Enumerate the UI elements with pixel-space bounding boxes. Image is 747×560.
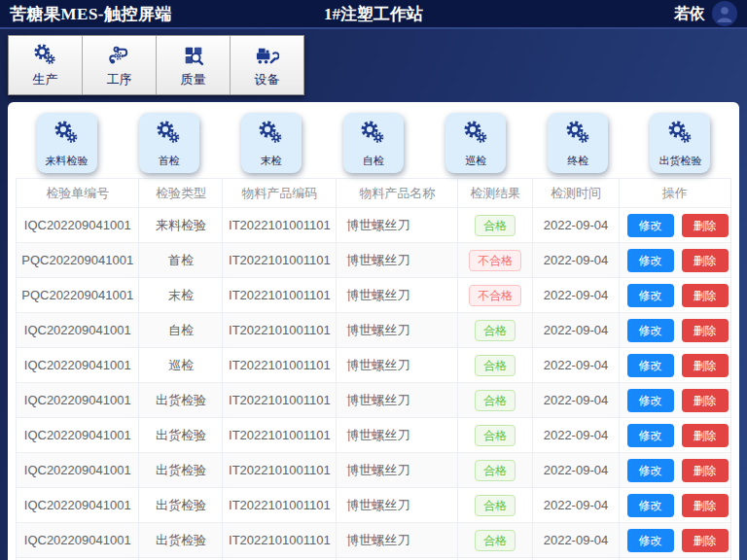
- inspection-date: 2022-09-04: [533, 383, 619, 418]
- material-code: IT2022101001101: [223, 453, 337, 488]
- material-name: 博世螺丝刀: [337, 278, 458, 313]
- inspection-tab-patrol[interactable]: 巡检: [445, 113, 506, 173]
- material-name: 博世螺丝刀: [337, 418, 458, 453]
- toolbar-button-process[interactable]: 工序: [83, 36, 157, 94]
- result-cell: 合格: [458, 453, 533, 488]
- material-name: 博世螺丝刀: [337, 348, 458, 383]
- inspection-gears-icon: [53, 113, 80, 153]
- inspection-tab-final[interactable]: 终检: [548, 113, 608, 173]
- inspection-tab-last[interactable]: 末检: [241, 113, 302, 173]
- inspection-type: 巡检: [139, 348, 223, 383]
- actions-cell: 修改删除: [619, 243, 730, 278]
- column-header: 操作: [619, 179, 730, 208]
- result-badge: 不合格: [469, 285, 521, 306]
- material-code: IT2022101001101: [223, 348, 337, 383]
- inspection-tab-label: 巡检: [465, 154, 486, 168]
- result-cell: 合格: [458, 313, 533, 348]
- edit-button[interactable]: 修改: [627, 319, 674, 342]
- inspection-tab-first[interactable]: 首检: [139, 113, 199, 173]
- toolbar-button-label: 质量: [181, 71, 206, 88]
- result-cell: 合格: [458, 418, 533, 453]
- toolbar-button-label: 工序: [107, 71, 132, 88]
- user-menu[interactable]: 若依: [674, 1, 737, 26]
- inspection-type: 末检: [139, 278, 223, 313]
- result-badge: 合格: [475, 495, 516, 516]
- edit-button[interactable]: 修改: [627, 424, 674, 447]
- inspection-type: 来料检验: [139, 208, 223, 243]
- edit-button[interactable]: 修改: [627, 354, 674, 377]
- material-name: 博世螺丝刀: [337, 488, 458, 523]
- delete-button[interactable]: 删除: [682, 494, 729, 517]
- material-code: IT2022101001101: [223, 278, 337, 313]
- inspection-date: 2022-09-04: [533, 488, 619, 523]
- inspection-tab-label: 出货检验: [658, 154, 701, 168]
- result-badge: 合格: [475, 460, 516, 481]
- inspection-date: 2022-09-04: [533, 348, 619, 383]
- inspection-tab-self[interactable]: 自检: [343, 113, 404, 173]
- edit-button[interactable]: 修改: [627, 529, 674, 552]
- result-badge: 合格: [475, 425, 516, 446]
- toolbar-button-equipment[interactable]: 设备: [231, 36, 303, 94]
- actions-cell: 修改删除: [619, 418, 730, 453]
- process-flow-icon: [107, 42, 131, 68]
- edit-button[interactable]: 修改: [627, 249, 674, 272]
- delete-button[interactable]: 删除: [682, 214, 729, 237]
- edit-button[interactable]: 修改: [627, 284, 674, 307]
- actions-cell: 修改删除: [619, 523, 730, 558]
- inspection-tab-label: 首检: [159, 154, 180, 168]
- edit-button[interactable]: 修改: [627, 389, 674, 412]
- inspection-order-no: IQC202209041001: [17, 313, 139, 348]
- inspection-order-no: IQC202209041001: [17, 418, 139, 453]
- delete-button[interactable]: 删除: [682, 389, 729, 412]
- inspection-tab-label: 终检: [567, 154, 588, 168]
- top-header-bar: 苦糖果MES-触控屏端 1#注塑工作站 若依: [0, 0, 747, 29]
- material-code: IT2022101001101: [223, 523, 337, 558]
- content-panel: 来料检验首检末检自检巡检终检出货检验 检验单编号检验类型物料产品编码物料产品名称…: [8, 102, 739, 560]
- inspection-type: 自检: [139, 313, 223, 348]
- actions-cell: 修改删除: [619, 488, 730, 523]
- toolbar-button-label: 设备: [255, 71, 280, 88]
- inspection-tab-label: 自检: [363, 154, 384, 168]
- inspection-date: 2022-09-04: [533, 523, 619, 558]
- actions-cell: 修改删除: [619, 383, 730, 418]
- delete-button[interactable]: 删除: [682, 319, 729, 342]
- edit-button[interactable]: 修改: [627, 214, 674, 237]
- inspection-type: 出货检验: [139, 453, 223, 488]
- edit-button[interactable]: 修改: [627, 459, 674, 482]
- inspection-order-no: IQC202209041001: [17, 523, 139, 558]
- table-row: IQC202209041001出货检验IT2022101001101博世螺丝刀合…: [17, 488, 731, 523]
- result-badge: 合格: [475, 320, 516, 341]
- user-avatar-icon[interactable]: [712, 1, 737, 26]
- column-header: 检测结果: [458, 179, 533, 208]
- delete-button[interactable]: 删除: [682, 424, 729, 447]
- result-cell: 合格: [458, 348, 533, 383]
- inspection-tab-outgoing[interactable]: 出货检验: [650, 113, 710, 173]
- inspection-gears-icon: [156, 113, 182, 153]
- delete-button[interactable]: 删除: [682, 529, 729, 552]
- edit-button[interactable]: 修改: [627, 494, 674, 517]
- inspection-date: 2022-09-04: [533, 418, 619, 453]
- delete-button[interactable]: 删除: [682, 284, 729, 307]
- result-badge: 不合格: [469, 250, 521, 271]
- toolbar-button-quality[interactable]: 质量: [157, 36, 231, 94]
- material-name: 博世螺丝刀: [337, 313, 458, 348]
- inspection-table: 检验单编号检验类型物料产品编码物料产品名称检测结果检测时间操作 IQC20220…: [16, 178, 731, 560]
- material-code: IT2022101001101: [223, 208, 337, 243]
- table-body: IQC202209041001来料检验IT2022101001101博世螺丝刀合…: [17, 208, 731, 560]
- inspection-tab-incoming[interactable]: 来料检验: [37, 113, 97, 173]
- username-label: 若依: [674, 4, 705, 24]
- material-name: 博世螺丝刀: [337, 523, 458, 558]
- result-badge: 合格: [475, 390, 516, 411]
- equipment-wrench-icon: [255, 42, 279, 68]
- delete-button[interactable]: 删除: [682, 354, 729, 377]
- column-header: 检验单编号: [17, 179, 139, 208]
- delete-button[interactable]: 删除: [682, 249, 729, 272]
- table-row: IQC202209041001巡检IT2022101001101博世螺丝刀合格2…: [17, 348, 731, 383]
- delete-button[interactable]: 删除: [682, 459, 729, 482]
- toolbar-button-production[interactable]: 生产: [9, 36, 83, 94]
- material-name: 博世螺丝刀: [337, 453, 458, 488]
- inspection-type: 出货检验: [139, 383, 223, 418]
- inspection-type: 出货检验: [139, 418, 223, 453]
- inspection-tab-label: 末检: [261, 154, 282, 168]
- inspection-order-no: PQC202209041001: [17, 278, 139, 313]
